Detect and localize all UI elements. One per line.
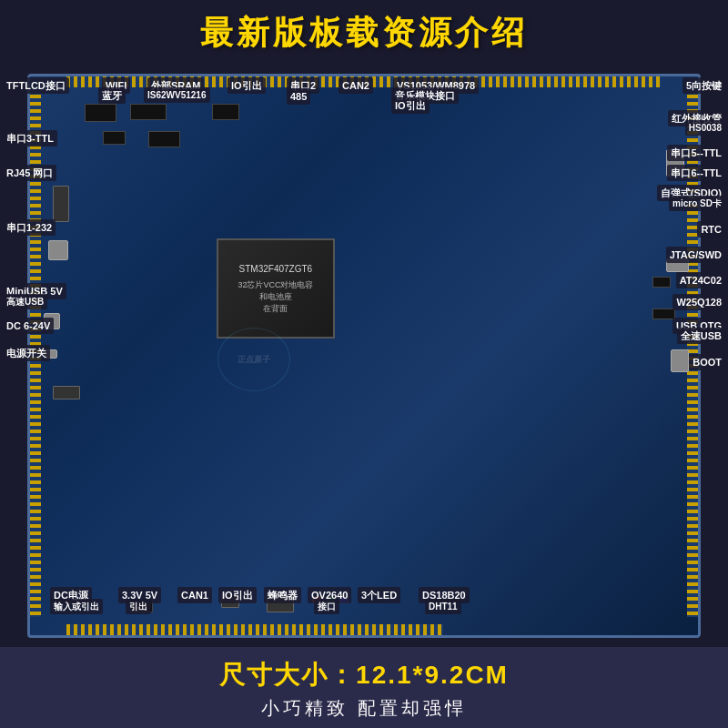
bottom-connector	[66, 624, 443, 635]
chip-model: STM32F407ZGT6	[239, 263, 313, 276]
label-highspeed: 高速USB	[3, 294, 47, 309]
board-logo: 正点原子	[217, 328, 290, 391]
ic-chip-sram	[130, 104, 167, 120]
label-dc-io: 输入或引出	[50, 599, 103, 614]
label-jtag: JTAG/SWD	[666, 247, 725, 263]
ic-chip-5	[148, 131, 180, 147]
mcu-chip: STM32F407ZGT6 32芯片VCC对地电容 和电池座 在背面	[217, 238, 335, 339]
label-io-out2: IO引出	[391, 97, 430, 114]
page-title: 最新版板载资源介绍	[9, 11, 719, 56]
label-serial3: 串口3-TTL	[3, 130, 57, 147]
ic-chip-3	[212, 104, 239, 120]
label-io-out3: IO引出	[218, 587, 257, 603]
ic-chip-1	[85, 104, 116, 122]
label-can2: CAN2	[339, 77, 373, 94]
usb-otg-port	[671, 349, 689, 372]
label-at24c02: AT24C02	[676, 272, 725, 288]
label-serial1: 串口1-232	[3, 219, 56, 236]
footer-tagline: 小巧精致 配置却强悍	[18, 696, 710, 721]
at24c02-chip	[652, 277, 671, 288]
chip-desc1: 32芯片VCC对地电容	[238, 279, 313, 291]
ic-chip-4	[103, 131, 126, 145]
board-area: STM32F407ZGT6 32芯片VCC对地电容 和电池座 在背面	[0, 65, 728, 647]
label-v-out: 引出	[126, 599, 151, 614]
footer-size: 尺寸大小：12.1*9.2CM	[18, 658, 710, 693]
power-switch	[53, 386, 80, 399]
rj45-port	[53, 186, 69, 222]
label-ov-port: 接口	[314, 599, 339, 614]
label-rj45: RJ45 网口	[3, 165, 56, 181]
label-leds: 3个LED	[358, 587, 400, 603]
label-sram-model: IS62WV51216	[144, 87, 210, 103]
label-w25q128: W25Q128	[672, 294, 725, 310]
label-serial5: 串口5--TTL	[667, 145, 725, 161]
label-power-sw: 电源开关	[3, 345, 50, 361]
chip-desc2: 和电池座	[259, 291, 292, 303]
page-wrapper: 最新版板载资源介绍 STM32F407ZGT6 32芯片VCC对地电容 和电池座	[0, 0, 728, 728]
label-can1: CAN1	[177, 587, 212, 603]
header: 最新版板载资源介绍	[0, 0, 728, 65]
label-io-out1: IO引出	[228, 77, 266, 94]
label-bluetooth: 蓝牙	[98, 87, 126, 104]
label-rs485: 485	[287, 88, 310, 105]
label-dc: DC 6-24V	[3, 318, 54, 334]
footer: 尺寸大小：12.1*9.2CM 小巧精致 配置却强悍	[0, 647, 728, 728]
label-tftlcd: TFTLCD接口	[3, 77, 69, 94]
label-buzzer: 蜂鸣器	[264, 587, 301, 603]
label-microsd: micro SD卡	[669, 196, 725, 211]
label-rtc: RTC	[697, 221, 725, 238]
label-boot: BOOT	[689, 354, 725, 370]
label-full-usb: 全速USB	[677, 328, 725, 344]
chip-desc3: 在背面	[263, 303, 288, 315]
serial1-port	[48, 240, 68, 260]
label-hs0038: HS0038	[685, 120, 725, 136]
label-btn5way: 5向按键	[682, 77, 725, 94]
label-dht11: DHT11	[425, 599, 461, 614]
pcb-board: STM32F407ZGT6 32芯片VCC对地电容 和电池座 在背面	[27, 74, 701, 638]
label-serial6: 串口6--TTL	[667, 165, 725, 181]
